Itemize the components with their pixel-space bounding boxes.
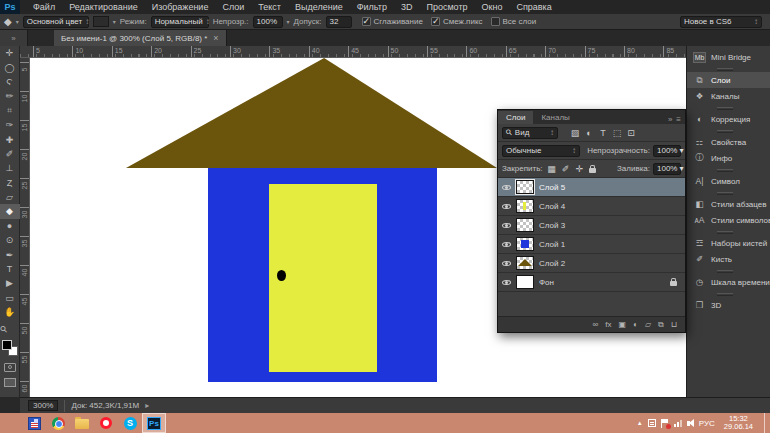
lock-all-icon[interactable] xyxy=(589,168,596,173)
layer-row[interactable]: Слой 3 xyxy=(498,216,685,235)
options-checkbox[interactable]: Все слои xyxy=(491,17,537,26)
fill-source-select[interactable]: Основной цвет↕ xyxy=(23,16,89,28)
new-layer-icon[interactable]: ⧉ xyxy=(658,320,664,330)
layer-thumbnail[interactable] xyxy=(516,275,534,289)
menu-item[interactable]: Справка xyxy=(509,0,558,14)
menu-item[interactable]: Редактирование xyxy=(62,0,145,14)
layer-visibility-eye-icon[interactable] xyxy=(502,261,511,266)
crop-tool-icon[interactable]: ⌗ xyxy=(0,104,20,118)
layer-visibility-eye-icon[interactable] xyxy=(502,223,511,228)
taskbar-floppy-app-button[interactable] xyxy=(22,413,46,433)
close-tab-icon[interactable]: × xyxy=(213,33,218,43)
history-brush-tool-icon[interactable]: Ȥ xyxy=(0,176,20,190)
delete-layer-icon[interactable]: ⊔ xyxy=(671,320,677,330)
filter-kind-select[interactable]: ⚲ Вид↕ xyxy=(502,127,558,139)
menu-item[interactable]: Окно xyxy=(475,0,510,14)
marquee-tool-icon[interactable]: ◯ xyxy=(0,60,20,74)
taskbar-opera-button[interactable] xyxy=(94,413,118,433)
layer-thumbnail[interactable] xyxy=(516,256,534,270)
status-popup-arrow-icon[interactable]: ▸ xyxy=(145,401,149,410)
tray-app-icon[interactable] xyxy=(648,419,656,427)
collapse-panel-icon[interactable]: » xyxy=(668,115,672,124)
layer-visibility-eye-icon[interactable] xyxy=(502,242,511,247)
show-desktop-button[interactable] xyxy=(764,413,768,433)
filter-smart-objects-icon[interactable]: ⊡ xyxy=(625,128,637,138)
layer-row[interactable]: Слой 4 xyxy=(498,197,685,216)
taskbar-photoshop-button[interactable]: Ps xyxy=(142,413,166,433)
lock-position-icon[interactable]: ✛ xyxy=(574,164,586,174)
taskbar-skype-button[interactable]: S xyxy=(118,413,142,433)
collapsed-panel-chevron[interactable]: » xyxy=(0,30,28,46)
taskbar-chrome-button[interactable] xyxy=(46,413,70,433)
color-swatches[interactable] xyxy=(2,340,18,356)
menu-item[interactable]: Слои xyxy=(215,0,251,14)
clone-stamp-tool-icon[interactable]: ⊥ xyxy=(0,161,20,175)
taskbar-explorer-button[interactable] xyxy=(70,413,94,433)
layer-blend-mode-select[interactable]: Обычные↕ xyxy=(502,145,580,157)
zoom-level-field[interactable]: 300% xyxy=(28,400,58,411)
menu-item[interactable]: 3D xyxy=(394,0,420,14)
layer-row[interactable]: Слой 2 xyxy=(498,254,685,273)
layer-thumbnail[interactable] xyxy=(516,218,534,232)
move-tool-icon[interactable]: ✛ xyxy=(0,46,20,60)
layer-thumbnail[interactable] xyxy=(516,180,534,194)
path-selection-tool-icon[interactable]: ▶ xyxy=(0,276,20,290)
horizontal-ruler[interactable]: 510152025303540455055606570758085 xyxy=(20,46,686,58)
options-checkbox[interactable]: Смеж.пикс xyxy=(431,17,483,26)
screen-mode-button[interactable] xyxy=(4,378,16,387)
filter-shape-layers-icon[interactable]: ⬚ xyxy=(611,128,623,138)
filter-pixel-layers-icon[interactable]: ▨ xyxy=(569,128,581,138)
menu-item[interactable]: Текст xyxy=(251,0,288,14)
vertical-ruler[interactable]: 51015202530354045505560 xyxy=(20,58,30,413)
clock[interactable]: 15:32 29.06.14 xyxy=(720,415,757,432)
adjustment-layer-icon[interactable]: ◐ xyxy=(633,320,638,330)
layer-mask-icon[interactable]: ▣ xyxy=(618,320,626,330)
menu-item[interactable]: Файл xyxy=(26,0,62,14)
hidden-icons-arrow[interactable]: ▲ xyxy=(637,420,643,426)
pen-tool-icon[interactable]: ✒ xyxy=(0,247,20,261)
opacity-field[interactable]: 100% xyxy=(253,16,283,28)
menu-item[interactable]: Выделение xyxy=(288,0,350,14)
layer-thumbnail[interactable] xyxy=(516,237,534,251)
link-layers-icon[interactable]: ∞ xyxy=(593,320,599,330)
brush-tool-icon[interactable]: ✐ xyxy=(0,147,20,161)
layer-row[interactable]: Фон xyxy=(498,273,685,292)
tolerance-field[interactable]: 32 xyxy=(326,16,352,28)
document-tab[interactable]: Без имени-1 @ 300% (Слой 5, RGB/8) * × xyxy=(54,30,227,46)
layer-row[interactable]: Слой 5 xyxy=(498,178,685,197)
eyedropper-tool-icon[interactable]: ✑ xyxy=(0,118,20,132)
menu-item[interactable]: Изображение xyxy=(145,0,216,14)
healing-brush-tool-icon[interactable]: ✚ xyxy=(0,132,20,146)
menu-item[interactable]: Просмотр xyxy=(419,0,474,14)
workspace-preset-select[interactable]: Новое в CS6↕ xyxy=(680,16,762,28)
layer-visibility-eye-icon[interactable] xyxy=(502,204,511,209)
lock-transparency-icon[interactable]: ▦ xyxy=(546,164,558,174)
quick-selection-tool-icon[interactable]: ✏ xyxy=(0,89,20,103)
layer-fill-field[interactable]: 100%▾ xyxy=(653,163,681,175)
tool-preset-caret-icon[interactable]: ▾ xyxy=(16,18,19,25)
layer-opacity-field[interactable]: 100%▾ xyxy=(653,145,681,157)
network-signal-icon[interactable] xyxy=(674,419,682,427)
blur-tool-icon[interactable]: ● xyxy=(0,219,20,233)
blend-mode-select[interactable]: Нормальный↕ xyxy=(151,16,209,28)
opacity-caret-icon[interactable]: ▾ xyxy=(287,18,290,25)
panel-menu-icon[interactable]: ≡ xyxy=(676,115,681,124)
quick-mask-button[interactable] xyxy=(4,363,16,372)
layers-panel-tab[interactable]: Каналы xyxy=(533,111,577,124)
layer-style-icon[interactable]: fx xyxy=(605,320,611,330)
paint-bucket-icon[interactable]: ◆ xyxy=(4,16,12,27)
new-group-icon[interactable]: ▱ xyxy=(645,320,651,330)
layers-panel-tab[interactable]: Слои xyxy=(498,111,533,124)
volume-icon[interactable] xyxy=(687,421,690,426)
filter-adjustment-layers-icon[interactable]: ◐ xyxy=(583,128,595,138)
options-checkbox[interactable]: Сглаживание xyxy=(362,17,423,26)
language-indicator[interactable]: РУС xyxy=(699,419,715,428)
dodge-tool-icon[interactable]: ⊙ xyxy=(0,233,20,247)
shape-tool-icon[interactable]: ▭ xyxy=(0,291,20,305)
lock-pixels-icon[interactable]: ✐ xyxy=(560,164,572,174)
layer-thumbnail[interactable] xyxy=(516,199,534,213)
eraser-tool-icon[interactable]: ▱ xyxy=(0,190,20,204)
action-center-flag-icon[interactable] xyxy=(661,419,669,428)
paint-bucket-tool-icon[interactable]: ◆ xyxy=(0,204,20,218)
pattern-caret-icon[interactable]: ▾ xyxy=(113,18,116,25)
